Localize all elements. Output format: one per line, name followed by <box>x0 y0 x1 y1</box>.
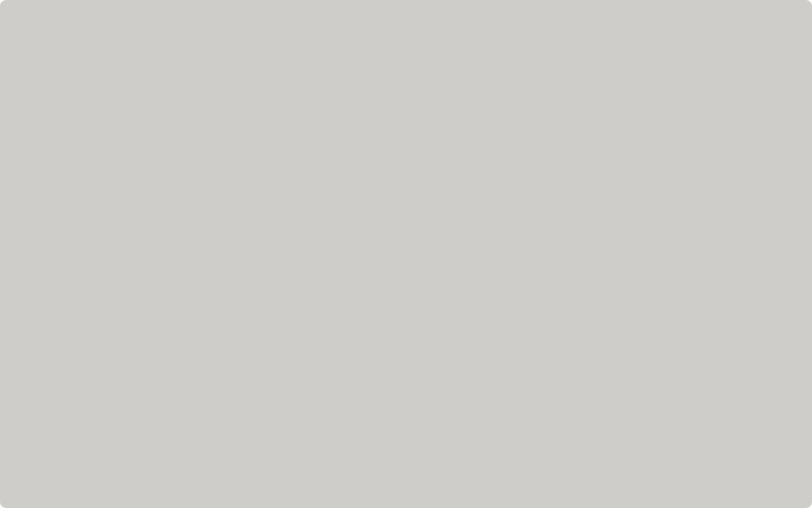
macos-dock: OCT4tv♫NA⚙zoomOXWT <box>0 0 812 508</box>
desktop: FL Studio Edit Fri Oct 4 1:54 PM FILEEDI… <box>0 0 812 508</box>
